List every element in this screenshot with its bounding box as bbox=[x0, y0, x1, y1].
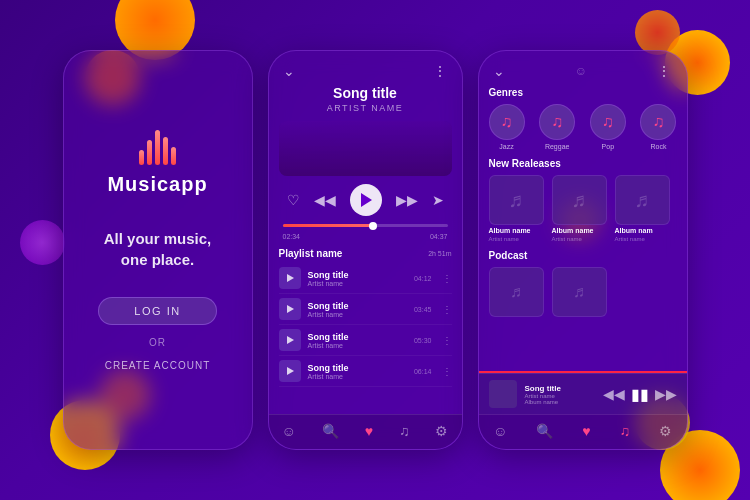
browse-nav-settings-icon[interactable]: ⚙ bbox=[659, 423, 672, 439]
app-name-bold: Music bbox=[107, 173, 169, 195]
browse-more-icon[interactable]: ⋮ bbox=[657, 63, 672, 79]
podcast-art-icon: ♬ bbox=[510, 283, 522, 301]
podcast-item[interactable]: ♬ bbox=[489, 267, 544, 317]
np-play-icon[interactable]: ▮▮ bbox=[631, 385, 649, 404]
nav-profile-icon[interactable]: ☺ bbox=[281, 423, 295, 439]
time-current: 02:34 bbox=[283, 233, 301, 240]
album-item[interactable]: ♬ Album name Artist name bbox=[552, 175, 607, 242]
genre-item[interactable]: ♫ Reggae bbox=[539, 104, 575, 150]
np-rewind-icon[interactable]: ◀◀ bbox=[603, 386, 625, 402]
player-header: ⌄ ⋮ bbox=[269, 51, 462, 85]
album-item[interactable]: ♬ Album name Artist name bbox=[489, 175, 544, 242]
browse-nav-heart-icon[interactable]: ♥ bbox=[582, 423, 590, 439]
music-bars-icon bbox=[139, 130, 176, 165]
playlist-title: Playlist name bbox=[279, 248, 343, 259]
genre-icon-circle: ♫ bbox=[640, 104, 676, 140]
item-artist: Artist name bbox=[308, 280, 407, 287]
genre-item[interactable]: ♫ Rock bbox=[640, 104, 676, 150]
genres-grid: ♫ Jazz ♫ Reggae ♫ Pop ♫ Rock bbox=[489, 104, 677, 150]
new-releases-title: New Realeases bbox=[489, 158, 677, 169]
progress-bar-container bbox=[269, 224, 462, 231]
browse-nav-music-icon[interactable]: ♫ bbox=[620, 423, 631, 439]
album-artist: Artist name bbox=[489, 236, 544, 242]
genre-label: Rock bbox=[650, 143, 666, 150]
playlist-item-info: Song title Artist name bbox=[308, 301, 407, 318]
item-more-icon[interactable]: ⋮ bbox=[442, 335, 452, 346]
player-visual bbox=[279, 121, 452, 176]
item-artist: Artist name bbox=[308, 373, 407, 380]
favorite-icon[interactable]: ♡ bbox=[287, 192, 300, 208]
more-options-icon[interactable]: ⋮ bbox=[433, 63, 448, 79]
playlist-item-info: Song title Artist name bbox=[308, 363, 407, 380]
browse-chevron-icon[interactable]: ⌄ bbox=[493, 63, 505, 79]
mini-play-button[interactable] bbox=[279, 360, 301, 382]
browse-nav-search-icon[interactable]: 🔍 bbox=[536, 423, 553, 439]
album-item[interactable]: ♬ Album nam Artist name bbox=[615, 175, 670, 242]
mini-play-button[interactable] bbox=[279, 329, 301, 351]
np-controls: ◀◀ ▮▮ ▶▶ bbox=[603, 385, 677, 404]
bar-4 bbox=[163, 137, 168, 165]
np-sub: Album name bbox=[525, 399, 595, 405]
fast-forward-icon[interactable]: ▶▶ bbox=[396, 192, 418, 208]
time-total: 04:37 bbox=[430, 233, 448, 240]
item-duration: 03:45 bbox=[414, 306, 432, 313]
item-more-icon[interactable]: ⋮ bbox=[442, 304, 452, 315]
playlist-items: Song title Artist name 04:12 ⋮ Song titl… bbox=[279, 263, 452, 387]
playlist-item[interactable]: Song title Artist name 03:45 ⋮ bbox=[279, 294, 452, 325]
music-note-icon: ♫ bbox=[602, 113, 614, 131]
album-thumbnail: ♬ bbox=[489, 175, 544, 225]
logo-area: Musicapp bbox=[107, 130, 207, 196]
item-duration: 06:14 bbox=[414, 368, 432, 375]
bar-3 bbox=[155, 130, 160, 165]
screens-container: Musicapp All your music, one place. LOG … bbox=[0, 0, 750, 500]
playlist-item[interactable]: Song title Artist name 04:12 ⋮ bbox=[279, 263, 452, 294]
browse-user-icon[interactable]: ☺ bbox=[575, 64, 587, 78]
item-more-icon[interactable]: ⋮ bbox=[442, 273, 452, 284]
playlist-header: Playlist name 2h 51m bbox=[279, 248, 452, 259]
share-icon[interactable]: ➤ bbox=[432, 192, 444, 208]
mini-play-button[interactable] bbox=[279, 298, 301, 320]
time-stamps: 02:34 04:37 bbox=[269, 231, 462, 242]
mini-play-button[interactable] bbox=[279, 267, 301, 289]
play-button[interactable] bbox=[350, 184, 382, 216]
genre-item[interactable]: ♫ Jazz bbox=[489, 104, 525, 150]
album-artist: Artist name bbox=[552, 236, 607, 242]
item-title: Song title bbox=[308, 332, 407, 342]
genre-label: Pop bbox=[602, 143, 614, 150]
progress-track[interactable] bbox=[283, 224, 448, 227]
playlist-duration: 2h 51m bbox=[428, 250, 451, 257]
playlist-item-info: Song title Artist name bbox=[308, 332, 407, 349]
login-button[interactable]: LOG IN bbox=[98, 297, 216, 325]
np-forward-icon[interactable]: ▶▶ bbox=[655, 386, 677, 402]
tagline: All your music, one place. bbox=[104, 228, 212, 270]
nav-music-icon[interactable]: ♫ bbox=[399, 423, 410, 439]
playlist-item-info: Song title Artist name bbox=[308, 270, 407, 287]
item-artist: Artist name bbox=[308, 342, 407, 349]
item-more-icon[interactable]: ⋮ bbox=[442, 366, 452, 377]
browse-header: ⌄ ☺ ⋮ bbox=[479, 51, 687, 85]
genre-item[interactable]: ♫ Pop bbox=[590, 104, 626, 150]
album-art-icon: ♬ bbox=[509, 189, 524, 212]
podcast-item[interactable]: ♬ bbox=[552, 267, 607, 317]
podcast-section: Podcast ♬♬ bbox=[479, 248, 687, 371]
album-name: Album nam bbox=[615, 227, 670, 234]
album-thumbnail: ♬ bbox=[615, 175, 670, 225]
genres-section: Genres ♫ Jazz ♫ Reggae ♫ Pop ♫ Rock bbox=[479, 85, 687, 156]
rewind-icon[interactable]: ◀◀ bbox=[314, 192, 336, 208]
album-name: Album name bbox=[552, 227, 607, 234]
app-name: Musicapp bbox=[107, 173, 207, 196]
now-playing-bar: Song title Artist name Album name ◀◀ ▮▮ … bbox=[479, 373, 687, 414]
play-triangle-icon bbox=[361, 193, 372, 207]
nav-heart-icon[interactable]: ♥ bbox=[365, 423, 373, 439]
bar-5 bbox=[171, 147, 176, 165]
item-title: Song title bbox=[308, 301, 407, 311]
music-note-icon: ♫ bbox=[652, 113, 664, 131]
browse-nav-profile-icon[interactable]: ☺ bbox=[493, 423, 507, 439]
album-thumbnail: ♬ bbox=[552, 175, 607, 225]
nav-settings-icon[interactable]: ⚙ bbox=[435, 423, 448, 439]
playlist-item[interactable]: Song title Artist name 05:30 ⋮ bbox=[279, 325, 452, 356]
playlist-item[interactable]: Song title Artist name 06:14 ⋮ bbox=[279, 356, 452, 387]
nav-search-icon[interactable]: 🔍 bbox=[322, 423, 339, 439]
create-account-link[interactable]: CREATE ACCOUNT bbox=[105, 360, 211, 371]
chevron-down-icon[interactable]: ⌄ bbox=[283, 63, 295, 79]
